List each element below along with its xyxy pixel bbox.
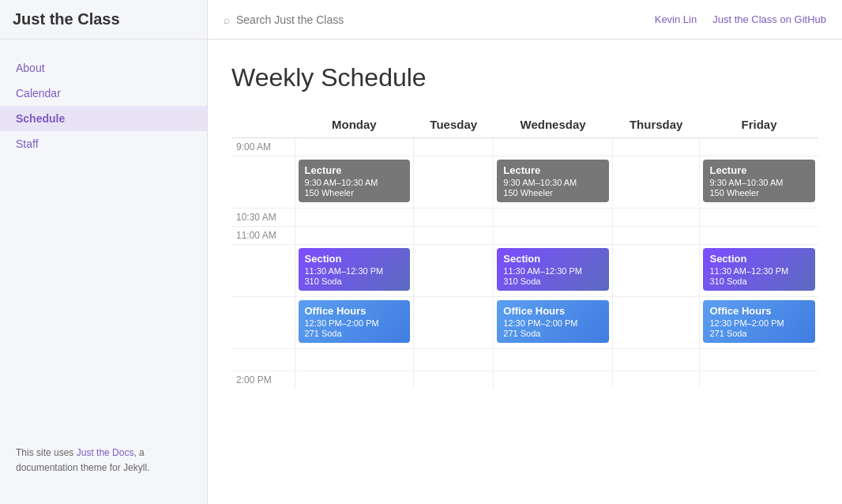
section-wednesday[interactable]: Section 11:30 AM–12:30 PM 310 Soda	[497, 248, 609, 291]
schedule-grid: Monday Tuesday Wednesday Thursday Friday…	[231, 111, 818, 389]
section-friday-location: 310 Soda	[709, 276, 809, 286]
officehours-friday-time: 12:30 PM–2:00 PM	[709, 318, 809, 328]
cell-wed-section: Section 11:30 AM–12:30 PM 310 Soda	[494, 245, 613, 297]
officehours-wednesday-title: Office Hours	[503, 305, 603, 317]
just-the-docs-link[interactable]: Just the Docs	[77, 447, 134, 458]
officehours-wednesday-location: 271 Soda	[503, 329, 603, 338]
search-input[interactable]	[236, 13, 623, 26]
time-label-officehours	[231, 297, 295, 349]
time-label-lecture	[231, 156, 295, 209]
cell-fri-officehours: Office Hours 12:30 PM–2:00 PM 271 Soda	[700, 297, 818, 349]
cell-mon-200	[295, 371, 414, 389]
github-link[interactable]: Just the Class on GitHub	[712, 13, 826, 25]
cell-fri-spacer1	[700, 349, 818, 371]
section-monday[interactable]: Section 11:30 AM–12:30 PM 310 Soda	[299, 248, 411, 291]
cell-thu-lecture	[612, 156, 700, 209]
cell-tue-200	[414, 371, 494, 389]
day-wednesday: Wednesday	[494, 111, 613, 138]
cell-fri-900	[700, 138, 818, 156]
time-row-900: 9:00 AM	[231, 138, 818, 156]
lecture-wednesday[interactable]: Lecture 9:30 AM–10:30 AM 150 Wheeler	[497, 160, 609, 202]
content-area: Weekly Schedule Monday Tuesday Wednesday…	[208, 39, 842, 504]
cell-mon-1030	[295, 209, 414, 227]
officehours-wednesday-time: 12:30 PM–2:00 PM	[503, 318, 603, 328]
search-area[interactable]: ⌕	[208, 13, 639, 26]
officehours-friday[interactable]: Office Hours 12:30 PM–2:00 PM 271 Soda	[703, 300, 815, 343]
day-thursday: Thursday	[612, 111, 700, 138]
section-friday-time: 11:30 AM–12:30 PM	[709, 266, 809, 276]
sidebar-item-schedule[interactable]: Schedule	[0, 106, 207, 131]
section-friday-title: Section	[709, 253, 809, 265]
cell-tue-900	[414, 138, 494, 156]
lecture-monday-title: Lecture	[305, 164, 404, 176]
time-row-officehours: Office Hours 12:30 PM–2:00 PM 271 Soda O…	[231, 297, 818, 349]
cell-fri-200	[700, 371, 818, 389]
section-wednesday-location: 310 Soda	[503, 276, 603, 286]
cell-mon-officehours: Office Hours 12:30 PM–2:00 PM 271 Soda	[295, 297, 414, 349]
lecture-wednesday-location: 150 Wheeler	[503, 188, 603, 197]
cell-tue-section	[414, 245, 494, 297]
lecture-friday-title: Lecture	[709, 164, 809, 176]
time-label-900: 9:00 AM	[231, 138, 295, 156]
cell-wed-900	[494, 138, 613, 156]
officehours-monday[interactable]: Office Hours 12:30 PM–2:00 PM 271 Soda	[299, 300, 411, 343]
cell-fri-1100	[700, 227, 818, 245]
main-layout: About Calendar Schedule Staff This site …	[0, 39, 842, 504]
sidebar-footer: This site uses Just the Docs, a document…	[0, 433, 207, 488]
cell-tue-spacer1	[414, 349, 494, 371]
cell-mon-1100	[295, 227, 414, 245]
cell-tue-officehours	[414, 297, 494, 349]
section-monday-location: 310 Soda	[305, 276, 404, 286]
time-label-section	[231, 245, 295, 297]
section-monday-time: 11:30 AM–12:30 PM	[305, 266, 404, 276]
cell-tue-1030	[414, 209, 494, 227]
time-label-1030: 10:30 AM	[231, 209, 295, 227]
time-row-lecture: Lecture 9:30 AM–10:30 AM 150 Wheeler Lec…	[231, 156, 818, 209]
sidebar-item-calendar[interactable]: Calendar	[0, 81, 207, 106]
officehours-monday-title: Office Hours	[305, 305, 404, 317]
cell-thu-1100	[612, 227, 700, 245]
cell-wed-lecture: Lecture 9:30 AM–10:30 AM 150 Wheeler	[494, 156, 613, 209]
cell-thu-spacer1	[612, 349, 700, 371]
section-wednesday-time: 11:30 AM–12:30 PM	[503, 266, 603, 276]
lecture-wednesday-title: Lecture	[503, 164, 603, 176]
cell-thu-900	[612, 138, 700, 156]
sidebar-nav: About Calendar Schedule Staff	[0, 55, 207, 433]
cell-fri-section: Section 11:30 AM–12:30 PM 310 Soda	[700, 245, 818, 297]
lecture-friday[interactable]: Lecture 9:30 AM–10:30 AM 150 Wheeler	[703, 160, 815, 202]
time-row-spacer1	[231, 349, 818, 371]
cell-thu-officehours	[612, 297, 700, 349]
day-tuesday: Tuesday	[414, 111, 494, 138]
time-row-1100: 11:00 AM	[231, 227, 818, 245]
cell-wed-1030	[494, 209, 613, 227]
section-friday[interactable]: Section 11:30 AM–12:30 PM 310 Soda	[703, 248, 815, 291]
page-title: Weekly Schedule	[231, 63, 818, 92]
officehours-friday-title: Office Hours	[709, 305, 809, 317]
cell-tue-lecture	[414, 156, 494, 209]
time-label-spacer1	[231, 349, 295, 371]
time-row-200: 2:00 PM	[231, 371, 818, 389]
lecture-friday-location: 150 Wheeler	[709, 188, 809, 197]
cell-thu-section	[612, 245, 700, 297]
cell-tue-1100	[414, 227, 494, 245]
sidebar-item-staff[interactable]: Staff	[0, 131, 207, 156]
cell-fri-1030	[700, 209, 818, 227]
cell-mon-section: Section 11:30 AM–12:30 PM 310 Soda	[295, 245, 414, 297]
topbar-links: Kevin Lin Just the Class on GitHub	[639, 13, 842, 25]
officehours-friday-location: 271 Soda	[709, 329, 809, 338]
cell-wed-spacer1	[494, 349, 613, 371]
cell-wed-200	[494, 371, 613, 389]
time-row-section: Section 11:30 AM–12:30 PM 310 Soda Secti…	[231, 245, 818, 297]
cell-wed-1100	[494, 227, 613, 245]
time-header	[231, 111, 295, 138]
officehours-monday-location: 271 Soda	[305, 329, 404, 338]
day-friday: Friday	[700, 111, 818, 138]
time-label-1100: 11:00 AM	[231, 227, 295, 245]
officehours-monday-time: 12:30 PM–2:00 PM	[305, 318, 404, 328]
officehours-wednesday[interactable]: Office Hours 12:30 PM–2:00 PM 271 Soda	[497, 300, 609, 343]
sidebar-item-about[interactable]: About	[0, 55, 207, 81]
lecture-monday[interactable]: Lecture 9:30 AM–10:30 AM 150 Wheeler	[299, 160, 411, 202]
cell-fri-lecture: Lecture 9:30 AM–10:30 AM 150 Wheeler	[700, 156, 818, 209]
search-icon: ⌕	[224, 13, 230, 26]
kevin-lin-link[interactable]: Kevin Lin	[655, 13, 697, 25]
